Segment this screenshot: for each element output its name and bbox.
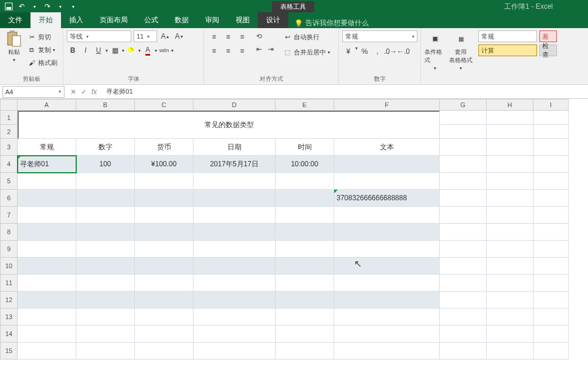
col-header-C[interactable]: C <box>135 99 193 111</box>
col-header-I[interactable]: I <box>533 99 569 111</box>
merged-title[interactable]: 常见的数据类型 <box>18 111 440 139</box>
cell-G5[interactable] <box>440 173 487 190</box>
cell-E10[interactable] <box>276 258 334 275</box>
cell-A12[interactable] <box>18 292 76 309</box>
cell-G2[interactable] <box>440 125 487 139</box>
cell-G10[interactable] <box>440 258 487 275</box>
cell-A4[interactable]: 寻老师01 <box>18 156 76 173</box>
shrink-font-icon[interactable]: A▼ <box>174 30 185 42</box>
cell-C4[interactable]: ¥100.00 <box>135 156 193 173</box>
cell-D4[interactable]: 2017年5月17日 <box>193 156 276 173</box>
cell-C9[interactable] <box>135 241 193 258</box>
cell-A5[interactable] <box>18 173 76 190</box>
font-size-select[interactable]: 11▾ <box>134 30 157 42</box>
cell-H15[interactable] <box>487 343 533 360</box>
cell-B15[interactable] <box>76 343 135 360</box>
merge-button[interactable]: ⬚合并后居中▾ <box>283 46 330 59</box>
tab-view[interactable]: 视图 <box>227 12 258 28</box>
accept-formula-icon[interactable]: ✓ <box>81 88 87 96</box>
cell-I2[interactable] <box>533 125 569 139</box>
cell-B14[interactable] <box>76 326 135 343</box>
name-box-arrow-icon[interactable]: ▾ <box>55 86 64 98</box>
save-icon[interactable] <box>4 1 14 12</box>
cell-H12[interactable] <box>487 292 533 309</box>
cell-H11[interactable] <box>487 275 533 292</box>
cell-H7[interactable] <box>487 207 533 224</box>
tab-design[interactable]: 设计 <box>258 12 288 28</box>
cell-I8[interactable] <box>533 224 569 241</box>
cell-B12[interactable] <box>76 292 135 309</box>
align-center-icon[interactable]: ≡ <box>222 45 234 57</box>
cell-E5[interactable] <box>276 173 334 190</box>
cell-G14[interactable] <box>440 326 487 343</box>
wrap-button[interactable]: ↩自动换行 <box>283 30 330 43</box>
cell-D6[interactable] <box>193 190 276 207</box>
cell-H8[interactable] <box>487 224 533 241</box>
redo-arrow-icon[interactable]: ▾ <box>55 1 66 12</box>
cell-I4[interactable] <box>533 156 569 173</box>
cell-E9[interactable] <box>276 241 334 258</box>
row-header-2[interactable]: 2 <box>0 125 18 139</box>
cell-H1[interactable] <box>487 111 533 125</box>
cancel-formula-icon[interactable]: ✕ <box>70 88 76 96</box>
cell-C3[interactable]: 货币 <box>135 139 193 156</box>
style-check[interactable]: 检查 <box>539 45 557 56</box>
cell-C5[interactable] <box>135 173 193 190</box>
cell-I9[interactable] <box>533 241 569 258</box>
cell-G13[interactable] <box>440 309 487 326</box>
cell-G7[interactable] <box>440 207 487 224</box>
cell-F7[interactable] <box>334 207 440 224</box>
cell-F10[interactable] <box>334 258 440 275</box>
font-name-select[interactable]: 等线▾ <box>67 30 131 42</box>
cell-D5[interactable] <box>193 173 276 190</box>
cell-I7[interactable] <box>533 207 569 224</box>
cell-E6[interactable] <box>276 190 334 207</box>
cell-F15[interactable] <box>334 343 440 360</box>
percent-icon[interactable]: % <box>359 46 371 57</box>
undo-arrow-icon[interactable]: ▾ <box>29 1 40 12</box>
col-header-E[interactable]: E <box>276 99 334 111</box>
inc-decimal-icon[interactable]: .0→ <box>385 46 396 57</box>
tell-me[interactable]: 💡告诉我你想要做什么 <box>288 18 375 28</box>
cell-B4[interactable]: 100 <box>76 156 135 173</box>
cell-C14[interactable] <box>135 326 193 343</box>
cell-B7[interactable] <box>76 207 135 224</box>
currency-icon[interactable]: ¥ <box>342 46 354 57</box>
number-format-select[interactable]: 常规▾ <box>342 30 417 42</box>
border-button[interactable]: ▦ <box>109 45 121 56</box>
row-header-7[interactable]: 7 <box>0 207 18 224</box>
cell-G15[interactable] <box>440 343 487 360</box>
cell-C15[interactable] <box>135 343 193 360</box>
cell-F5[interactable] <box>334 173 440 190</box>
cell-B13[interactable] <box>76 309 135 326</box>
painter-button[interactable]: 🖌格式刷 <box>27 56 57 69</box>
bold-button[interactable]: B <box>67 45 79 56</box>
style-normal[interactable]: 常规 <box>478 30 537 42</box>
cell-D7[interactable] <box>193 207 276 224</box>
cell-I3[interactable] <box>533 139 569 156</box>
cell-A9[interactable] <box>18 241 76 258</box>
row-header-5[interactable]: 5 <box>0 173 18 190</box>
cell-I12[interactable] <box>533 292 569 309</box>
cell-G8[interactable] <box>440 224 487 241</box>
col-header-A[interactable]: A <box>18 99 76 111</box>
cell-I6[interactable] <box>533 190 569 207</box>
comma-icon[interactable]: , <box>372 46 383 57</box>
cut-button[interactable]: ✂剪切 <box>27 30 57 43</box>
cell-F11[interactable] <box>334 275 440 292</box>
copy-button[interactable]: ⧉复制▾ <box>27 43 57 56</box>
tab-formula[interactable]: 公式 <box>136 12 166 28</box>
cell-I11[interactable] <box>533 275 569 292</box>
align-top-icon[interactable]: ≡ <box>208 30 220 43</box>
qat-more-icon[interactable]: ▾ <box>68 1 79 12</box>
cell-B6[interactable] <box>76 190 135 207</box>
cell-H5[interactable] <box>487 173 533 190</box>
cell-C13[interactable] <box>135 309 193 326</box>
cell-B10[interactable] <box>76 258 135 275</box>
cell-H13[interactable] <box>487 309 533 326</box>
col-header-F[interactable]: F <box>334 99 440 111</box>
cell-H3[interactable] <box>487 139 533 156</box>
cell-H14[interactable] <box>487 326 533 343</box>
col-header-G[interactable]: G <box>440 99 487 111</box>
cell-A8[interactable] <box>18 224 76 241</box>
